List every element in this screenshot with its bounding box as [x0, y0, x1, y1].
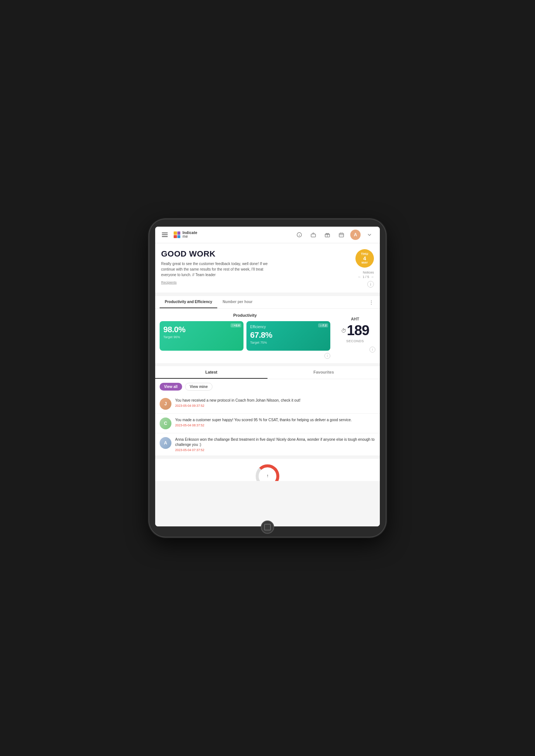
efficiency-badge-value: -7.2	[321, 324, 327, 327]
notice-info-icon[interactable]: i	[367, 281, 374, 288]
tablet-frame: Indicate me i	[149, 219, 386, 537]
notice-card: GOOD WORK Really great to see the custom…	[155, 243, 380, 293]
view-all-button[interactable]: View all	[160, 383, 182, 391]
feed-text-2: You made a customer super happy! You sco…	[175, 417, 375, 423]
feed-section: Latest Favourites View all View mine J Y…	[155, 366, 380, 456]
feed-item: A Anna Eriksson won the challange Best t…	[155, 433, 380, 456]
calendar-icon[interactable]	[336, 230, 347, 240]
feed-time-2: 2023-05-04 08:37:52	[175, 423, 375, 427]
efficiency-card: Efficiency -7.2 67.8% Target 75%	[246, 321, 330, 351]
productivity-card: +2.0 98.0% Target 96%	[160, 321, 243, 351]
dropdown-chevron-icon[interactable]	[364, 230, 375, 240]
notice-side: THU 4 MAY Notices ← 1 / 5 → i	[348, 249, 374, 288]
feed-time-1: 2023-05-04 09:37:52	[175, 404, 375, 408]
avatar[interactable]: A	[350, 230, 361, 240]
logo-text: Indicate me	[183, 231, 197, 238]
metrics-left: Productivity +2.0 98.0% Target 96%	[160, 313, 330, 359]
notice-title: GOOD WORK	[161, 249, 344, 259]
month: MAY	[361, 261, 368, 264]
feed-time-3: 2023-05-04 07:37:52	[175, 448, 375, 452]
feed-avatar-1: J	[160, 398, 171, 410]
logo-icon	[173, 231, 181, 239]
metrics-right: AHT ⏱ 189 SECONDS i	[335, 313, 375, 356]
date-badge: THU 4 MAY	[355, 249, 374, 268]
gift-icon[interactable]	[322, 230, 333, 240]
notices-label: Notices	[363, 271, 374, 274]
aht-unit: SECONDS	[346, 339, 364, 343]
navbar: Indicate me i	[155, 227, 380, 243]
feed-content-1: You have received a new protocol in Coac…	[175, 398, 375, 410]
info-icon[interactable]: i	[294, 230, 304, 240]
metrics-tabs: Productivity and Efficiency Number per h…	[155, 296, 380, 309]
kpi-cards: +2.0 98.0% Target 96% Efficiency -7.2	[160, 321, 330, 351]
feed-item: J You have received a new protocol in Co…	[155, 394, 380, 414]
tab-number-per-hour[interactable]: Number per hour	[217, 296, 258, 308]
metrics-more-btn[interactable]: ⋮	[367, 296, 375, 308]
view-mine-button[interactable]: View mine	[185, 383, 213, 391]
tab-productivity-efficiency[interactable]: Productivity and Efficiency	[160, 296, 217, 308]
donut-chart: ↑	[255, 463, 280, 481]
feed-content-2: You made a customer super happy! You sco…	[175, 417, 375, 429]
metrics-section: Productivity and Efficiency Number per h…	[155, 296, 380, 363]
feed-avatar-2: C	[160, 417, 171, 429]
productivity-value: 98.0%	[163, 325, 240, 334]
day-num: 4	[363, 256, 366, 261]
feed-content-3: Anna Eriksson won the challange Best tre…	[175, 437, 375, 452]
home-button[interactable]	[261, 520, 274, 534]
metrics-info-icon-left[interactable]: i	[324, 353, 330, 359]
notice-text-area: GOOD WORK Really great to see the custom…	[161, 249, 344, 288]
logo-area: Indicate me	[173, 231, 290, 239]
feed-actions: View all View mine	[155, 379, 380, 394]
up-arrow-icon	[232, 324, 234, 327]
productivity-target: Target 96%	[163, 335, 240, 339]
tab-favourites[interactable]: Favourites	[268, 366, 380, 379]
metrics-body: Productivity +2.0 98.0% Target 96%	[155, 309, 380, 363]
svg-rect-2	[311, 234, 316, 237]
productivity-section-title: Productivity	[160, 313, 330, 317]
efficiency-value: 67.8%	[250, 330, 327, 340]
svg-rect-4	[339, 233, 344, 237]
tab-latest[interactable]: Latest	[155, 366, 268, 379]
aht-value-row: ⏱ 189	[341, 323, 369, 339]
efficiency-badge: -7.2	[318, 323, 328, 327]
hamburger-menu[interactable]	[160, 231, 169, 238]
nav-icons: i	[294, 230, 375, 240]
down-arrow-icon	[320, 324, 321, 327]
productivity-badge: +2.0	[231, 323, 241, 327]
svg-text:i: i	[299, 234, 300, 237]
pagination-text: 1 / 5	[362, 275, 369, 279]
tablet-screen: Indicate me i	[155, 227, 380, 526]
feed-text-3: Anna Eriksson won the challange Best tre…	[175, 437, 375, 447]
notices-footer: Notices ← 1 / 5 → i	[358, 271, 374, 288]
logo-line2: me	[183, 235, 197, 238]
efficiency-target: Target 75%	[250, 341, 327, 344]
bottom-card: ↑	[155, 459, 380, 481]
aht-label: AHT	[351, 317, 359, 321]
main-content: GOOD WORK Really great to see the custom…	[155, 243, 380, 526]
aht-value: 189	[347, 323, 369, 339]
metrics-info-icon-right[interactable]: i	[369, 347, 375, 353]
briefcase-icon[interactable]	[308, 230, 318, 240]
notice-body: Really great to see the customer feedbac…	[161, 261, 279, 278]
recipients-link[interactable]: Recipients	[161, 281, 177, 284]
prev-notice-btn[interactable]: ←	[358, 275, 361, 279]
feed-avatar-3: A	[160, 437, 171, 449]
next-notice-btn[interactable]: →	[371, 275, 374, 279]
feed-tabs: Latest Favourites	[155, 366, 380, 379]
notices-nav: ← 1 / 5 →	[358, 275, 374, 279]
svg-text:↑: ↑	[266, 473, 269, 478]
efficiency-label: Efficiency	[250, 325, 327, 329]
productivity-badge-value: +2.0	[234, 324, 240, 327]
feed-text-1: You have received a new protocol in Coac…	[175, 398, 375, 403]
timer-icon: ⏱	[341, 328, 346, 334]
feed-item: C You made a customer super happy! You s…	[155, 414, 380, 433]
